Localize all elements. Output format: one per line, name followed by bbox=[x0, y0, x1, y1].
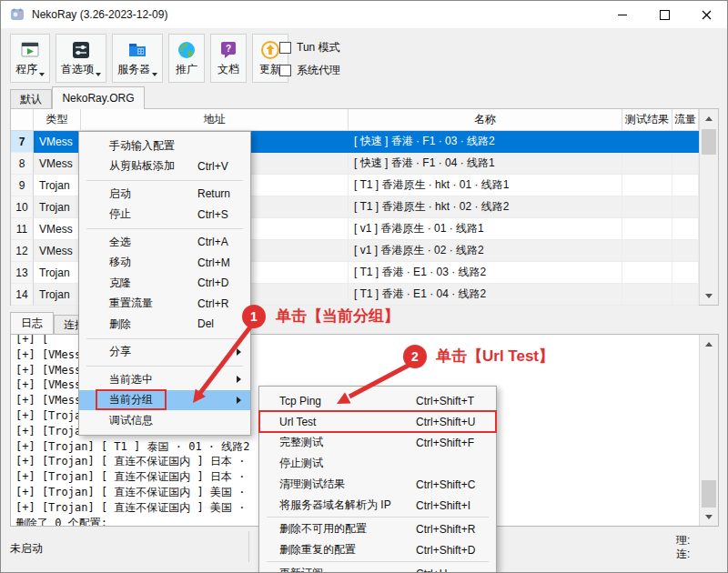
cell-test-result[interactable] bbox=[622, 284, 672, 306]
cell-name[interactable]: [ 快速 ] 香港 · F1 · 03 · 线路2 bbox=[349, 131, 622, 153]
column-header[interactable]: 类型 bbox=[34, 109, 81, 130]
cell-type[interactable]: Trojan bbox=[34, 175, 81, 196]
menu-item-stop[interactable]: 停止Ctrl+S bbox=[79, 205, 250, 226]
submenu-item-tcp-ping[interactable]: Tcp PingCtrl+Shift+T bbox=[259, 390, 496, 411]
submenu-item-remove-unavailable[interactable]: 删除不可用的配置Ctrl+Shift+R bbox=[259, 518, 496, 539]
cell-type[interactable]: Trojan bbox=[34, 196, 81, 218]
cell-traffic[interactable] bbox=[672, 131, 699, 153]
checkbox-icon[interactable] bbox=[279, 42, 291, 54]
cell-traffic[interactable] bbox=[672, 240, 699, 262]
tun-mode-checkbox[interactable]: Tun 模式 bbox=[279, 39, 340, 55]
cell-traffic[interactable] bbox=[672, 262, 699, 284]
cell-type[interactable]: Trojan bbox=[34, 284, 81, 306]
column-header[interactable]: 地址 bbox=[81, 109, 349, 130]
cell-type[interactable]: VMess bbox=[34, 240, 81, 262]
row-number[interactable]: 14 bbox=[11, 284, 34, 306]
submenu-item-full-test-label: 完整测试 bbox=[279, 435, 323, 450]
minimize-button[interactable] bbox=[602, 1, 643, 28]
row-number[interactable]: 11 bbox=[11, 218, 34, 240]
docs-button[interactable]: ?文档 bbox=[210, 34, 247, 83]
log-scrollbar[interactable] bbox=[699, 335, 718, 526]
scrollbar-thumb[interactable] bbox=[702, 480, 716, 508]
preferences-button[interactable]: 首选项 bbox=[56, 34, 106, 83]
menu-item-manual-input[interactable]: 手动输入配置 bbox=[79, 136, 250, 156]
cell-name[interactable]: [ T1 ] 香港原生 · hkt · 01 · 线路1 bbox=[349, 175, 622, 196]
menu-item-debug-info[interactable]: 调试信息 bbox=[79, 410, 250, 431]
system-proxy-checkbox[interactable]: 系统代理 bbox=[279, 62, 340, 78]
program-button-label: 程序 bbox=[15, 62, 45, 77]
close-button[interactable] bbox=[685, 1, 727, 28]
shortcut-label: Ctrl+Shift+D bbox=[416, 544, 475, 557]
preferences-icon bbox=[70, 37, 92, 62]
row-number[interactable]: 13 bbox=[11, 262, 34, 284]
table-header: 类型地址名称测试结果流量 bbox=[11, 109, 718, 131]
cell-name[interactable]: [ 快速 ] 香港 · F1 · 04 · 线路1 bbox=[349, 153, 622, 175]
menu-item-start[interactable]: 启动Return bbox=[79, 184, 250, 205]
row-number[interactable]: 12 bbox=[11, 240, 34, 262]
menu-item-clone[interactable]: 克隆Ctrl+D bbox=[79, 273, 250, 294]
menu-item-delete[interactable]: 删除Del bbox=[79, 314, 250, 335]
tab-default-group[interactable]: 默认 bbox=[10, 89, 52, 109]
submenu-item-update-subscription[interactable]: 更新订阅Ctrl+U bbox=[259, 563, 496, 573]
menu-item-move[interactable]: 移动Ctrl+M bbox=[79, 253, 250, 274]
app-window: NekoRay (3.26-2023-12-09) 程序首选项服务器推广?文档更… bbox=[0, 0, 728, 573]
cell-test-result[interactable] bbox=[622, 131, 672, 153]
menu-item-add-from-clipboard[interactable]: 从剪贴板添加Ctrl+V bbox=[79, 156, 250, 177]
cell-type[interactable]: Trojan bbox=[34, 262, 81, 284]
menu-item-current-group[interactable]: 当前分组 bbox=[79, 390, 250, 411]
server-button[interactable]: 服务器 bbox=[112, 34, 163, 83]
menu-item-share-label: 分享 bbox=[109, 344, 131, 359]
cell-name[interactable]: [ v1 ] 香港原生 · 01 · 线路1 bbox=[349, 218, 622, 240]
cell-name[interactable]: [ T1 ] 香港 · E1 · 04 · 线路2 bbox=[349, 284, 622, 306]
column-header[interactable]: 流量 bbox=[672, 109, 699, 130]
scrollbar-thumb[interactable] bbox=[702, 129, 716, 155]
scroll-up-button[interactable] bbox=[700, 109, 718, 127]
column-header[interactable]: 测试结果 bbox=[622, 109, 672, 130]
program-icon bbox=[19, 37, 41, 62]
menu-item-share[interactable]: 分享 bbox=[79, 342, 250, 363]
cell-type[interactable]: VMess bbox=[34, 131, 81, 153]
cell-type[interactable]: VMess bbox=[34, 218, 81, 240]
column-header[interactable]: 名称 bbox=[349, 109, 622, 130]
submenu-item-clear-results[interactable]: 清理测试结果Ctrl+Shift+C bbox=[259, 474, 496, 495]
row-number[interactable]: 8 bbox=[11, 153, 34, 175]
cell-test-result[interactable] bbox=[622, 153, 672, 175]
cell-traffic[interactable] bbox=[672, 153, 699, 175]
cell-type[interactable]: VMess bbox=[34, 153, 81, 175]
cell-name[interactable]: [ T1 ] 香港原生 · hkt · 02 · 线路2 bbox=[349, 196, 622, 218]
submenu-item-full-test[interactable]: 完整测试Ctrl+Shift+F bbox=[259, 432, 496, 453]
menu-item-reset-traffic[interactable]: 重置流量Ctrl+R bbox=[79, 294, 250, 315]
scroll-down-button[interactable] bbox=[700, 508, 718, 526]
row-number[interactable]: 10 bbox=[11, 196, 34, 218]
menu-item-current-selection[interactable]: 当前选中 bbox=[79, 369, 250, 390]
cell-test-result[interactable] bbox=[622, 240, 672, 262]
submenu-item-url-test[interactable]: Url TestCtrl+Shift+U bbox=[259, 411, 496, 432]
table-scrollbar[interactable] bbox=[699, 109, 718, 305]
checkbox-icon[interactable] bbox=[279, 65, 291, 76]
cell-test-result[interactable] bbox=[622, 218, 672, 240]
scroll-up-button[interactable] bbox=[700, 335, 718, 353]
cell-traffic[interactable] bbox=[672, 218, 699, 240]
submenu-item-remove-duplicates[interactable]: 删除重复的配置Ctrl+Shift+D bbox=[259, 539, 496, 560]
tab-log[interactable]: 日志 bbox=[10, 312, 54, 334]
menu-item-select-all[interactable]: 全选Ctrl+A bbox=[79, 232, 250, 253]
cell-test-result[interactable] bbox=[622, 262, 672, 284]
promotion-button[interactable]: 推广 bbox=[168, 34, 205, 83]
cell-name[interactable]: [ v1 ] 香港原生 · 02 · 线路2 bbox=[349, 240, 622, 262]
cell-test-result[interactable] bbox=[622, 175, 672, 196]
scroll-down-button[interactable] bbox=[700, 286, 718, 305]
docs-button-label: 文档 bbox=[217, 62, 239, 77]
cell-traffic[interactable] bbox=[672, 175, 699, 196]
submenu-item-stop-test[interactable]: 停止测试 bbox=[259, 453, 496, 474]
submenu-item-remove-duplicates-label: 删除重复的配置 bbox=[279, 542, 356, 558]
maximize-button[interactable] bbox=[643, 1, 685, 28]
row-number[interactable]: 9 bbox=[11, 175, 34, 196]
cell-traffic[interactable] bbox=[672, 284, 699, 306]
cell-test-result[interactable] bbox=[622, 196, 672, 218]
cell-traffic[interactable] bbox=[672, 196, 699, 218]
program-button[interactable]: 程序 bbox=[10, 34, 50, 83]
tab-nekoray-org[interactable]: NekoRay.ORG bbox=[52, 86, 145, 109]
cell-name[interactable]: [ T1 ] 香港 · E1 · 03 · 线路2 bbox=[349, 262, 622, 284]
row-number[interactable]: 7 bbox=[11, 131, 34, 153]
submenu-item-resolve-domain[interactable]: 将服务器域名解析为 IPCtrl+Shift+I bbox=[259, 495, 496, 516]
